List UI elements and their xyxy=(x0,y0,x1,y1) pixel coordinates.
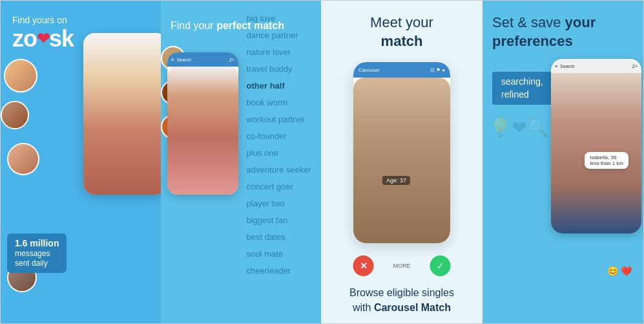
list-item: book worm xyxy=(247,94,311,111)
deco-icons: 💡❤🔍 xyxy=(489,117,549,138)
find-yours-text: Find yours on xyxy=(12,15,67,26)
list-item: travel buddy xyxy=(247,61,311,78)
carousel-icons: ⊡ ⚑ ● xyxy=(430,67,445,73)
list-item: workout partner xyxy=(247,111,311,128)
list-item: cheerleader xyxy=(247,263,311,279)
list-item: co-founder xyxy=(247,128,311,145)
phone-mockup-2: ≡ Search Z+ xyxy=(167,52,238,195)
searching-label: searching, xyxy=(501,76,543,89)
list-item: nature lover xyxy=(247,44,311,61)
set-save-label: Set & save your xyxy=(492,14,596,30)
panel-2: Find your perfect match big love dance p… xyxy=(161,1,321,324)
avatar-1 xyxy=(4,59,37,92)
panel3-bottom: Browse eligible singles with Carousel Ma… xyxy=(321,286,483,315)
match-label: match xyxy=(381,33,423,49)
z-plus-4: Z+ xyxy=(632,64,638,69)
phone-bar-2: ≡ Search Z+ xyxy=(167,52,238,67)
list-item: concert goer xyxy=(247,178,311,195)
list-item: big love xyxy=(247,10,311,27)
person-distance: less than 1 km xyxy=(590,160,623,166)
stats-messages: messages xyxy=(15,249,59,259)
avatar-2 xyxy=(1,101,29,129)
phone-screen-3 xyxy=(353,78,450,243)
list-item: best dates xyxy=(247,229,311,246)
heart-icon: ❤ xyxy=(37,30,49,47)
reaction-emojis: 😊 ❤️ xyxy=(607,266,632,276)
heart-emoji: ❤️ xyxy=(621,266,632,276)
search-label: Search xyxy=(177,58,191,62)
list-item: adventure seeker xyxy=(247,162,311,178)
menu-icon: ≡ xyxy=(171,57,174,63)
z-plus-label: Z+ xyxy=(229,58,234,62)
phone-screen-1 xyxy=(83,33,161,195)
smile-emoji: 😊 xyxy=(607,266,618,276)
avatar-3 xyxy=(7,143,39,175)
panel4-title: Set & save your preferences xyxy=(492,14,635,50)
panel-1: Find yours on zo❤sk 1.6 million messages… xyxy=(1,1,161,324)
carousel-match-text: with Carousel Match xyxy=(321,301,483,315)
carousel-label: Carousel xyxy=(358,67,379,73)
list-item: soul mate xyxy=(247,246,311,263)
phone-mockup-1 xyxy=(83,33,161,195)
search-label-4: Search xyxy=(560,64,574,69)
panel-3: Meet your match Carousel ⊡ ⚑ ● Age: 37 ✕… xyxy=(321,1,483,324)
match-options-list: big love dance partner nature lover trav… xyxy=(247,10,311,279)
list-item: biggest fan xyxy=(247,212,311,229)
phone-mockup-3: Carousel ⊡ ⚑ ● Age: 37 xyxy=(353,62,450,243)
zoosk-logo: zo❤sk xyxy=(12,25,74,52)
preferences-label: preferences xyxy=(492,33,573,49)
list-item-active: other half xyxy=(247,78,311,94)
your-label: your xyxy=(565,14,596,30)
like-button[interactable]: ✓ xyxy=(430,255,451,276)
phone-mockup-4: ≡ Search Z+ Isabella, 36 less than 1 km xyxy=(551,59,641,233)
more-button[interactable]: MORE xyxy=(393,263,411,269)
phone-screen-2 xyxy=(167,67,238,195)
search-bar-4: ≡ Search Z+ xyxy=(551,59,641,73)
stats-sent-daily: sent daily xyxy=(15,259,59,269)
menu-icon-4: ≡ xyxy=(555,64,557,69)
refined-label: refined xyxy=(501,89,543,102)
list-item: player two xyxy=(247,195,311,212)
find-your-label: Find your xyxy=(171,20,214,31)
stats-box: 1.6 million messages sent daily xyxy=(7,233,67,273)
pref-badge: searching, refined xyxy=(492,72,552,105)
action-buttons: ✕ MORE ✓ xyxy=(353,255,451,276)
stats-number: 1.6 million xyxy=(15,237,59,249)
panel3-title: Meet your match xyxy=(321,14,483,50)
person-name: Isabella, 36 xyxy=(590,155,623,160)
panel-4: Set & save your preferences searching, r… xyxy=(483,1,644,324)
dislike-button[interactable]: ✕ xyxy=(353,255,374,276)
name-badge: Isabella, 36 less than 1 km xyxy=(585,152,628,169)
browse-singles-text: Browse eligible singles xyxy=(321,286,483,300)
list-item: dance partner xyxy=(247,27,311,44)
carousel-match-bold: Carousel Match xyxy=(374,302,451,313)
meet-your-label: Meet your xyxy=(370,14,433,30)
carousel-bar: Carousel ⊡ ⚑ ● xyxy=(353,62,450,78)
age-badge: Age: 37 xyxy=(382,176,410,185)
list-item: plus one xyxy=(247,145,311,162)
